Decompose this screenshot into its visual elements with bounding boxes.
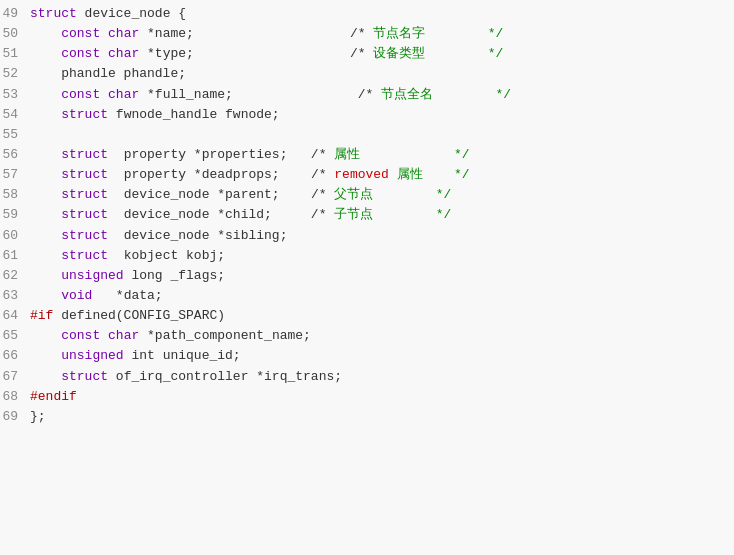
code-text: struct of_irq_controller *irq_trans; bbox=[30, 367, 726, 387]
token: /* bbox=[280, 187, 335, 202]
token bbox=[30, 147, 61, 162]
code-text: const char *path_component_name; bbox=[30, 326, 726, 346]
code-text: phandle phandle; bbox=[30, 64, 726, 84]
line-number: 60 bbox=[0, 226, 30, 246]
code-container: 49struct device_node {50 const char *nam… bbox=[0, 0, 734, 555]
token: */ bbox=[423, 167, 470, 182]
token: */ bbox=[360, 147, 469, 162]
token: of_irq_controller *irq_trans; bbox=[108, 369, 342, 384]
token: char bbox=[108, 328, 139, 343]
line-number: 69 bbox=[0, 407, 30, 427]
token: /* bbox=[194, 46, 373, 61]
code-line: 53 const char *full_name; /* 节点全名 */ bbox=[0, 85, 734, 105]
token bbox=[30, 348, 61, 363]
code-line: 68#endif bbox=[0, 387, 734, 407]
code-text: unsigned int unique_id; bbox=[30, 346, 726, 366]
token bbox=[30, 288, 61, 303]
token: struct bbox=[61, 167, 108, 182]
token: defined(CONFIG_SPARC) bbox=[53, 308, 225, 323]
token: device_node *parent; bbox=[108, 187, 280, 202]
code-line: 66 unsigned int unique_id; bbox=[0, 346, 734, 366]
token: device_node *sibling; bbox=[108, 228, 287, 243]
line-number: 57 bbox=[0, 165, 30, 185]
line-number: 65 bbox=[0, 326, 30, 346]
token: struct bbox=[61, 107, 108, 122]
code-text: void *data; bbox=[30, 286, 726, 306]
token: #if bbox=[30, 308, 53, 323]
code-line: 60 struct device_node *sibling; bbox=[0, 226, 734, 246]
code-line: 59 struct device_node *child; /* 子节点 */ bbox=[0, 205, 734, 225]
token: struct bbox=[61, 248, 108, 263]
token: struct bbox=[61, 207, 108, 222]
line-number: 58 bbox=[0, 185, 30, 205]
token: *name; bbox=[139, 26, 194, 41]
token: device_node *child; bbox=[108, 207, 272, 222]
token: 父节点 bbox=[334, 187, 373, 202]
token: unsigned bbox=[61, 268, 123, 283]
line-number: 52 bbox=[0, 64, 30, 84]
token: device_node { bbox=[77, 6, 186, 21]
token bbox=[30, 46, 61, 61]
code-text: }; bbox=[30, 407, 726, 427]
token: const bbox=[61, 26, 100, 41]
token bbox=[30, 369, 61, 384]
code-line: 54 struct fwnode_handle fwnode; bbox=[0, 105, 734, 125]
code-line: 64#if defined(CONFIG_SPARC) bbox=[0, 306, 734, 326]
token bbox=[100, 328, 108, 343]
token: const bbox=[61, 87, 100, 102]
token: */ bbox=[373, 187, 451, 202]
token: 设备类型 bbox=[373, 46, 425, 61]
code-line: 65 const char *path_component_name; bbox=[0, 326, 734, 346]
code-text: struct device_node { bbox=[30, 4, 726, 24]
token: /* bbox=[280, 167, 335, 182]
token bbox=[100, 46, 108, 61]
code-text: struct property *deadprops; /* removed 属… bbox=[30, 165, 726, 185]
token: 节点全名 bbox=[381, 87, 433, 102]
token: int unique_id; bbox=[124, 348, 241, 363]
code-line: 63 void *data; bbox=[0, 286, 734, 306]
token: removed bbox=[334, 167, 389, 182]
token: /* bbox=[287, 147, 334, 162]
code-line: 49struct device_node { bbox=[0, 4, 734, 24]
code-line: 69}; bbox=[0, 407, 734, 427]
token: const bbox=[61, 46, 100, 61]
code-text: struct device_node *parent; /* 父节点 */ bbox=[30, 185, 726, 205]
code-line: 67 struct of_irq_controller *irq_trans; bbox=[0, 367, 734, 387]
code-text: struct device_node *child; /* 子节点 */ bbox=[30, 205, 726, 225]
token: /* bbox=[233, 87, 381, 102]
token bbox=[30, 167, 61, 182]
token bbox=[100, 87, 108, 102]
token: struct bbox=[30, 6, 77, 21]
line-number: 67 bbox=[0, 367, 30, 387]
token bbox=[30, 207, 61, 222]
token: 属性 bbox=[397, 167, 423, 182]
line-number: 62 bbox=[0, 266, 30, 286]
token: *type; bbox=[139, 46, 194, 61]
code-line: 55 bbox=[0, 125, 734, 145]
token: *data; bbox=[92, 288, 162, 303]
line-number: 49 bbox=[0, 4, 30, 24]
line-number: 50 bbox=[0, 24, 30, 44]
code-text: const char *full_name; /* 节点全名 */ bbox=[30, 85, 726, 105]
token: kobject kobj; bbox=[108, 248, 225, 263]
token: fwnode_handle fwnode; bbox=[108, 107, 280, 122]
code-text: struct fwnode_handle fwnode; bbox=[30, 105, 726, 125]
code-text: struct device_node *sibling; bbox=[30, 226, 726, 246]
token: 节点名字 bbox=[373, 26, 425, 41]
token: phandle phandle; bbox=[30, 66, 186, 81]
code-text: #if defined(CONFIG_SPARC) bbox=[30, 306, 726, 326]
code-text: const char *type; /* 设备类型 */ bbox=[30, 44, 726, 64]
token: }; bbox=[30, 409, 46, 424]
line-number: 61 bbox=[0, 246, 30, 266]
token: #endif bbox=[30, 389, 77, 404]
token: long _flags; bbox=[124, 268, 225, 283]
token bbox=[30, 228, 61, 243]
token: struct bbox=[61, 228, 108, 243]
code-line: 58 struct device_node *parent; /* 父节点 */ bbox=[0, 185, 734, 205]
code-text: unsigned long _flags; bbox=[30, 266, 726, 286]
token bbox=[30, 328, 61, 343]
token bbox=[30, 187, 61, 202]
token bbox=[30, 87, 61, 102]
token bbox=[30, 248, 61, 263]
token: 子节点 bbox=[334, 207, 373, 222]
